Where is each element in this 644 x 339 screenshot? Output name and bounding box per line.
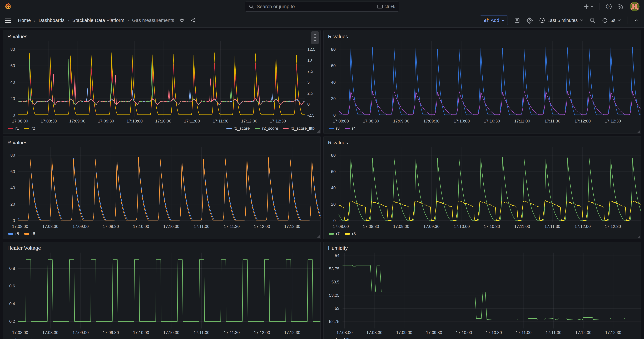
legend-item-r1-score-lttb[interactable]: r1_score_lttb xyxy=(283,126,314,131)
plot-area[interactable] xyxy=(339,147,641,222)
legend: r5 r6 xyxy=(3,230,320,239)
x-axis: 17:08:0017:08:3017:09:0017:09:3017:10:00… xyxy=(339,117,641,124)
series-swatch xyxy=(226,128,232,129)
legend-item-r1[interactable]: r1 xyxy=(8,126,19,131)
dashboard-settings-button[interactable] xyxy=(526,17,533,24)
series-swatch xyxy=(24,233,29,235)
series-swatch xyxy=(24,128,29,129)
news-button[interactable] xyxy=(618,4,624,10)
panel-r-values-3: R-values 806040200 17:08:0017:08:3017:09… xyxy=(3,136,320,239)
legend-item-r3[interactable]: r3 xyxy=(329,126,340,131)
search-placeholder: Search or jump to... xyxy=(257,4,374,9)
legend-item-heatervoltage[interactable]: heatervoltage xyxy=(8,338,40,339)
legend-item-humidity[interactable]: humidity xyxy=(329,338,351,339)
x-axis: 17:08:0017:08:3017:09:0017:09:3017:10:00… xyxy=(18,328,320,336)
share-icon xyxy=(190,18,196,23)
panel-header[interactable]: Heater Voltage xyxy=(3,242,320,252)
legend-item-r6[interactable]: r6 xyxy=(24,231,35,236)
panel-title[interactable]: Heater Voltage xyxy=(3,242,320,251)
legend: r3 r4 xyxy=(324,124,641,134)
breadcrumb-folder[interactable]: Stackable Data Platform xyxy=(72,18,124,23)
series-swatch xyxy=(8,233,13,235)
panel-r-values-1: R-values 806040200 12.5107.552.50-2.5 17… xyxy=(3,30,320,134)
legend-item-r8[interactable]: r8 xyxy=(345,231,356,236)
time-range-picker[interactable]: Last 5 minutes xyxy=(539,18,583,23)
legend-item-r5[interactable]: r5 xyxy=(8,231,19,236)
panel-title[interactable]: Humidity xyxy=(324,242,641,251)
series-swatch xyxy=(329,128,334,129)
breadcrumb-home[interactable]: Home xyxy=(18,18,31,23)
y-axis-left: 806040200 xyxy=(3,147,18,222)
y-axis-left: 806040200 xyxy=(324,147,339,222)
save-icon xyxy=(514,17,520,24)
y-axis-left: 806040200 xyxy=(3,41,18,117)
dashboard-grid: R-values 806040200 12.5107.552.50-2.5 17… xyxy=(0,28,644,339)
plot-area[interactable] xyxy=(339,41,641,117)
search-shortcut: ctrl+k xyxy=(377,4,395,9)
save-dashboard-button[interactable] xyxy=(514,17,520,24)
grafana-logo[interactable] xyxy=(4,2,12,10)
breadcrumb-dashboards[interactable]: Dashboards xyxy=(38,18,64,23)
plot-area[interactable] xyxy=(18,252,320,328)
svg-text:?: ? xyxy=(608,5,610,8)
kebab-menu-icon xyxy=(314,34,316,35)
legend: humidity xyxy=(324,336,641,339)
refresh-interval-label: 5s xyxy=(610,18,615,23)
refresh-icon xyxy=(602,17,608,24)
settings-gear-icon xyxy=(526,17,533,24)
legend-item-r4[interactable]: r4 xyxy=(345,126,356,131)
panel-humidity: Humidity 5453.7553.553.255352.75 17:08:0… xyxy=(324,242,641,339)
panel-header[interactable]: R-values xyxy=(3,136,320,147)
search-icon xyxy=(249,4,254,9)
panel-header[interactable]: R-values xyxy=(324,136,641,147)
panel-header[interactable]: R-values xyxy=(3,30,320,41)
avatar[interactable] xyxy=(630,2,640,12)
x-axis: 17:08:0017:08:3017:09:0017:09:3017:10:00… xyxy=(339,222,641,230)
plot-area[interactable] xyxy=(342,252,641,328)
legend-item-r1-score[interactable]: r1_score xyxy=(226,126,250,131)
help-button[interactable]: ? xyxy=(606,4,612,10)
plot-area[interactable] xyxy=(18,147,320,222)
panel-title[interactable]: R-values xyxy=(324,30,641,40)
x-axis: 17:08:0017:08:3017:09:0017:09:3017:10:00… xyxy=(18,222,320,230)
y-axis-left: 5453.7553.553.255352.75 xyxy=(324,252,342,328)
series-swatch xyxy=(8,128,13,129)
chevron-down-icon xyxy=(618,19,621,22)
caret-up-icon xyxy=(634,18,639,23)
add-panel-button[interactable]: Add xyxy=(480,16,508,25)
refresh-picker[interactable]: 5s xyxy=(602,17,621,24)
chevron-down-icon xyxy=(501,19,504,22)
x-axis: 17:08:0017:08:3017:09:0017:09:3017:10:00… xyxy=(342,328,641,336)
share-button[interactable] xyxy=(190,18,196,23)
panel-title[interactable]: R-values xyxy=(324,136,641,146)
menu-toggle-button[interactable] xyxy=(5,18,11,23)
legend: r7 r8 xyxy=(324,230,641,239)
collapse-toolbar-button[interactable] xyxy=(634,18,639,23)
chevron-down-icon xyxy=(580,19,583,22)
y-axis-left: 806040200 xyxy=(324,41,339,117)
legend-item-r2[interactable]: r2 xyxy=(24,126,35,131)
y-axis-left: 0.80.60.40.2 xyxy=(3,252,18,328)
x-axis: 17:08:0017:08:3017:09:0017:09:3017:10:00… xyxy=(18,117,304,124)
zoom-out-icon xyxy=(589,17,596,24)
legend-item-r2-score[interactable]: r2_score xyxy=(255,126,278,131)
favorite-button[interactable] xyxy=(179,18,185,23)
menu-icon xyxy=(5,18,11,18)
series-swatch xyxy=(329,233,334,235)
panel-title[interactable]: R-values xyxy=(3,136,320,146)
series-swatch xyxy=(345,233,350,235)
zoom-out-button[interactable] xyxy=(589,17,596,24)
legend-item-r7[interactable]: r7 xyxy=(329,231,340,236)
panel-header[interactable]: Humidity xyxy=(324,242,641,252)
help-icon: ? xyxy=(606,4,612,10)
plot-area[interactable] xyxy=(18,41,304,117)
top-bar: Search or jump to... ctrl+k xyxy=(0,0,644,13)
panel-title[interactable]: R-values xyxy=(3,30,320,40)
series-swatch xyxy=(283,128,288,129)
new-button[interactable] xyxy=(584,4,594,9)
time-range-label: Last 5 minutes xyxy=(548,18,578,23)
panel-heater-voltage: Heater Voltage 0.80.60.40.2 17:08:0017:0… xyxy=(3,242,320,339)
panel-header[interactable]: R-values xyxy=(324,30,641,41)
search-input[interactable]: Search or jump to... ctrl+k xyxy=(245,2,399,12)
clock-icon xyxy=(539,18,545,23)
